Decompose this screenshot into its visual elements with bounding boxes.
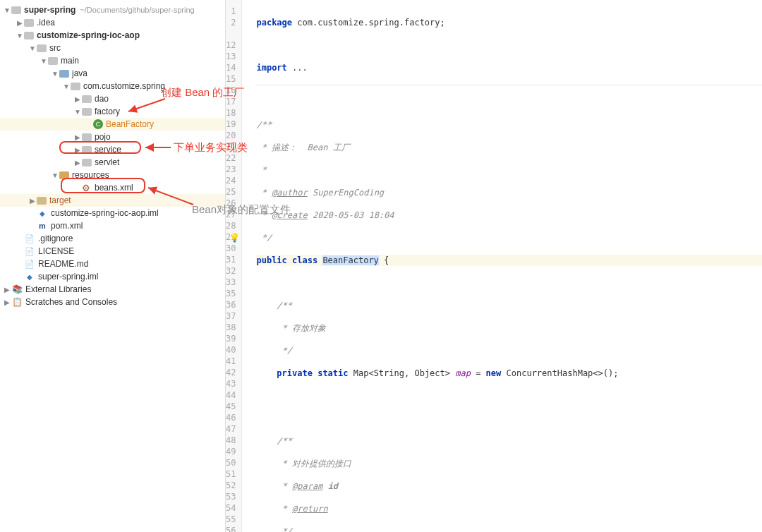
iml-file-icon: ◆ <box>24 271 35 282</box>
chevron-down-icon: ▼ <box>62 83 71 90</box>
tree-servlet[interactable]: ▶servlet <box>0 156 225 169</box>
package-icon <box>82 146 92 154</box>
tree-idea[interactable]: ▶.idea <box>0 16 225 29</box>
tree-gitignore[interactable]: ▶📄.gitignore <box>0 232 225 245</box>
chevron-down-icon: ▼ <box>3 6 11 14</box>
chevron-down-icon: ▼ <box>73 108 82 116</box>
scratches-icon: 📋 <box>11 296 23 308</box>
tree-module[interactable]: ▼customize-spring-ioc-aop <box>0 29 225 42</box>
chevron-right-icon: ▶ <box>16 19 24 27</box>
chevron-down-icon: ▼ <box>40 57 48 65</box>
chevron-right-icon: ▶ <box>3 286 11 294</box>
package-icon <box>82 159 92 167</box>
project-name: super-spring <box>24 5 75 15</box>
module-folder-icon <box>24 32 34 40</box>
chevron-right-icon: ▶ <box>28 197 37 205</box>
intention-bulb-icon[interactable]: 💡 <box>229 232 240 243</box>
chevron-right-icon: ▶ <box>73 133 82 141</box>
tree-target[interactable]: ▶target <box>0 194 225 207</box>
tree-factory[interactable]: ▼factory <box>0 105 225 118</box>
package-icon <box>71 83 80 90</box>
chevron-down-icon: ▼ <box>51 70 59 78</box>
folder-icon <box>24 19 34 27</box>
tree-src[interactable]: ▼src <box>0 42 225 54</box>
folder-icon <box>48 57 58 65</box>
chevron-right-icon: ▶ <box>73 146 82 154</box>
file-icon: 📄 <box>24 233 35 244</box>
chevron-down-icon: ▼ <box>16 32 24 40</box>
tree-resources[interactable]: ▼resources <box>0 169 225 181</box>
tree-scratches[interactable]: ▶📋Scratches and Consoles <box>0 296 225 308</box>
xml-file-icon: ⚙ <box>80 182 92 193</box>
package-icon <box>82 108 92 116</box>
tree-dao[interactable]: ▶dao <box>0 92 225 105</box>
chevron-right-icon: ▶ <box>73 95 82 103</box>
project-folder-icon <box>11 6 21 14</box>
tree-java[interactable]: ▼java <box>0 67 225 80</box>
tree-beansxml[interactable]: ▶⚙beans.xml <box>0 181 225 194</box>
line-number-gutter: 1212131415161718192021222324252627282930… <box>226 0 242 532</box>
resources-folder-icon <box>59 171 69 179</box>
class-icon: C <box>93 119 103 129</box>
tree-iml[interactable]: ▶◆customize-spring-ioc-aop.iml <box>0 207 225 219</box>
chevron-down-icon: ▼ <box>28 44 37 52</box>
tree-pojo[interactable]: ▶pojo <box>0 131 225 143</box>
tree-service[interactable]: ▶service <box>0 143 225 156</box>
tree-root[interactable]: ▼ super-spring ~/Documents/github/super-… <box>0 4 225 16</box>
tree-package[interactable]: ▼com.customize.spring <box>0 80 225 92</box>
tree-external-libraries[interactable]: ▶📚External Libraries <box>0 283 225 296</box>
library-icon: 📚 <box>11 284 23 295</box>
file-icon: 📄 <box>24 246 35 257</box>
project-path: ~/Documents/github/super-spring <box>80 6 194 14</box>
project-tree[interactable]: ▼ super-spring ~/Documents/github/super-… <box>0 0 226 532</box>
tree-main[interactable]: ▼main <box>0 54 225 67</box>
excluded-folder-icon <box>37 197 47 205</box>
markdown-file-icon: 📄 <box>24 258 35 270</box>
code-editor[interactable]: 1212131415161718192021222324252627282930… <box>226 0 762 532</box>
package-icon <box>82 133 92 141</box>
folder-icon <box>37 44 47 52</box>
tree-license[interactable]: ▶📄LICENSE <box>0 245 225 258</box>
tree-readme[interactable]: ▶📄README.md <box>0 258 225 270</box>
tree-beanfactory[interactable]: ▶CBeanFactory <box>0 118 225 131</box>
tree-superiml[interactable]: ▶◆super-spring.iml <box>0 270 225 283</box>
chevron-right-icon: ▶ <box>3 298 11 306</box>
iml-file-icon: ◆ <box>37 207 48 219</box>
chevron-right-icon: ▶ <box>73 159 82 167</box>
package-icon <box>82 95 92 103</box>
tree-pom[interactable]: ▶mpom.xml <box>0 219 225 232</box>
code-area[interactable]: package com.customize.spring.factory; im… <box>242 0 762 532</box>
chevron-down-icon: ▼ <box>51 171 59 179</box>
source-folder-icon <box>59 70 69 78</box>
maven-icon: m <box>37 220 48 231</box>
